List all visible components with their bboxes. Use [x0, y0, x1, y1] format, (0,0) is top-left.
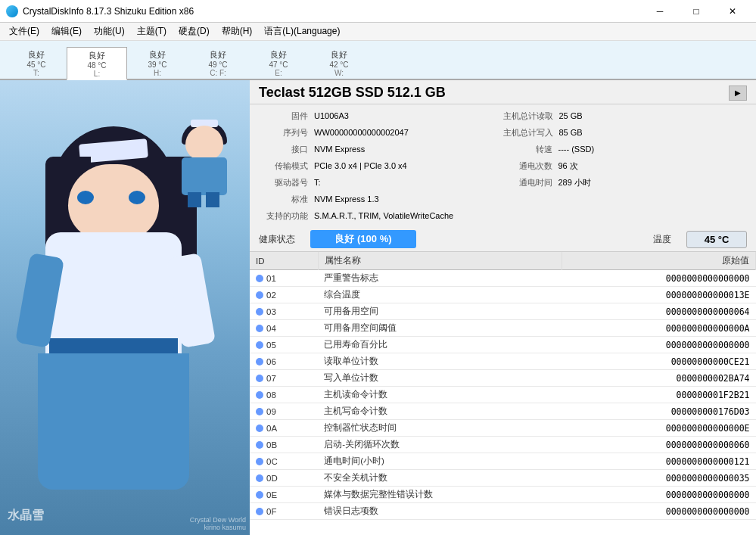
table-row[interactable]: 0E媒体与数据完整性错误计数0000000000000000	[250, 487, 756, 503]
cell-id: 07	[250, 370, 318, 387]
temp-label: 温度	[653, 233, 671, 246]
cell-id: 09	[250, 403, 318, 420]
cell-attribute-name: 启动-关闭循环次数	[318, 437, 562, 453]
cell-attribute-name: 通电时间(小时)	[318, 453, 562, 470]
cell-raw-value: 000000000000013E	[562, 287, 756, 303]
interface-value: NVM Express	[314, 145, 365, 154]
chibi-legs-right	[206, 192, 219, 207]
maximize-button[interactable]: □	[679, 0, 714, 23]
cell-attribute-name: 可用备用空间阈值	[318, 320, 562, 337]
watermark-line2: kirino kasumu	[190, 524, 246, 531]
menu-function[interactable]: 功能(U)	[88, 23, 131, 41]
title-bar: CrystalDiskInfo 8.17.3 Shizuku Edition x…	[0, 0, 756, 23]
window-controls: ─ □ ✕	[642, 0, 750, 23]
cell-attribute-name: 写入单位计数	[318, 370, 562, 387]
row-status-dot	[256, 358, 263, 365]
cell-raw-value: 0000000000000121	[562, 453, 756, 470]
watermark-right: Crystal Dew World kirino kasumu	[190, 516, 246, 531]
menu-disk[interactable]: 硬盘(D)	[173, 23, 216, 41]
table-row[interactable]: 0D不安全关机计数0000000000000035	[250, 470, 756, 487]
menu-edit[interactable]: 编辑(E)	[45, 23, 88, 41]
cell-attribute-name: 严重警告标志	[318, 270, 562, 287]
features-label: 支持的功能	[259, 210, 308, 222]
cell-raw-value: 0000000000000064	[562, 303, 756, 320]
table-row[interactable]: 01严重警告标志0000000000000000	[250, 270, 756, 287]
drive-tab-sub-0: T:	[33, 69, 39, 77]
writes-row: 主机总计写入 85 GB	[503, 124, 748, 141]
writes-label: 主机总计写入	[503, 127, 553, 138]
driver-value: T:	[314, 178, 321, 187]
info-grid: 固件 U1006A3 序列号 WW00000000000002047 接口 NV…	[250, 104, 756, 227]
cell-attribute-name: 媒体与数据完整性错误计数	[318, 487, 562, 503]
cell-raw-value: 000000000176D03	[562, 403, 756, 420]
firmware-label: 固件	[259, 110, 308, 122]
drive-tabs: 良好 45 °C T: 良好 48 °C L: 良好 39 °C H: 良好 4…	[0, 41, 756, 80]
window-title: CrystalDiskInfo 8.17.3 Shizuku Edition x…	[23, 6, 642, 17]
cell-id: 0F	[250, 503, 318, 520]
cell-raw-value: 000000001F2B21	[562, 387, 756, 403]
table-row[interactable]: 02综合温度000000000000013E	[250, 287, 756, 303]
drive-tab-sub-5: W:	[334, 69, 344, 77]
row-status-dot	[256, 474, 263, 482]
health-label: 健康状态	[259, 233, 295, 246]
cell-raw-value: 0000000000000000	[562, 337, 756, 353]
drive-tab-4[interactable]: 良好 47 °C E:	[248, 45, 309, 79]
drive-tab-temp-5: 42 °C	[329, 61, 348, 69]
cell-id: 03	[250, 303, 318, 320]
table-row[interactable]: 07写入单位计数0000000002BA74	[250, 370, 756, 387]
drive-tab-label-0: 良好	[28, 49, 45, 61]
drive-tab-0[interactable]: 良好 45 °C T:	[6, 45, 67, 79]
table-row[interactable]: 06读取单位计数00000000000CE21	[250, 353, 756, 370]
row-status-dot	[256, 458, 263, 465]
table-row[interactable]: 0C通电时间(小时)0000000000000121	[250, 453, 756, 470]
table-row[interactable]: 08主机读命令计数000000001F2B21	[250, 387, 756, 403]
row-status-dot	[256, 291, 263, 299]
cell-attribute-name: 已用寿命百分比	[318, 337, 562, 353]
drive-tab-2[interactable]: 良好 39 °C H:	[127, 45, 188, 79]
menu-help[interactable]: 帮助(H)	[216, 23, 259, 41]
drive-tab-5[interactable]: 良好 42 °C W:	[309, 45, 369, 79]
cell-raw-value: 000000000000000E	[562, 420, 756, 437]
close-button[interactable]: ✕	[715, 0, 750, 23]
driver-row: 驱动器号 T:	[259, 174, 503, 191]
table-row[interactable]: 0A控制器忙状态时间000000000000000E	[250, 420, 756, 437]
cell-attribute-name: 读取单位计数	[318, 353, 562, 370]
table-row[interactable]: 09主机写命令计数000000000176D03	[250, 403, 756, 420]
minimize-button[interactable]: ─	[642, 0, 677, 23]
play-button[interactable]: ▶	[729, 86, 747, 101]
drive-tab-1[interactable]: 良好 48 °C L:	[67, 47, 127, 80]
menu-theme[interactable]: 主题(T)	[131, 23, 173, 41]
standard-value: NVM Express 1.3	[314, 194, 379, 204]
row-status-dot	[256, 275, 263, 282]
table-row[interactable]: 0B启动-关闭循环次数0000000000000060	[250, 437, 756, 453]
row-status-dot	[256, 508, 263, 515]
cell-attribute-name: 错误日志项数	[318, 503, 562, 520]
rotation-label: 转速	[503, 144, 552, 155]
cell-id: 01	[250, 270, 318, 287]
cell-id: 0A	[250, 420, 318, 437]
table-row[interactable]: 04可用备用空间阈值000000000000000A	[250, 320, 756, 337]
table-row[interactable]: 0F错误日志项数0000000000000000	[250, 503, 756, 520]
app-icon	[6, 5, 18, 17]
cell-id: 06	[250, 353, 318, 370]
firmware-value: U1006A3	[314, 111, 349, 120]
table-row[interactable]: 03可用备用空间0000000000000064	[250, 303, 756, 320]
cell-raw-value: 0000000000000060	[562, 437, 756, 453]
left-panel: 水晶雪 Crystal Dew World kirino kasumu	[0, 80, 250, 535]
menu-language[interactable]: 语言(L)(Language)	[258, 23, 346, 41]
cell-raw-value: 0000000000000000	[562, 487, 756, 503]
drive-tab-label-5: 良好	[331, 49, 347, 61]
transfer-label: 传输模式	[259, 160, 308, 172]
drive-tab-temp-1: 48 °C	[87, 61, 106, 70]
health-value: 良好 (100 %)	[310, 230, 416, 248]
cell-raw-value: 0000000002BA74	[562, 370, 756, 387]
menu-file[interactable]: 文件(E)	[3, 23, 45, 41]
table-row[interactable]: 05已用寿命百分比0000000000000000	[250, 337, 756, 353]
col-raw: 原始值	[562, 252, 756, 270]
row-status-dot	[256, 408, 263, 415]
drive-tab-3[interactable]: 良好 49 °C C: F:	[188, 45, 248, 79]
drive-tab-temp-2: 39 °C	[148, 61, 166, 69]
transfer-row: 传输模式 PCle 3.0 x4 | PCle 3.0 x4	[259, 157, 503, 174]
drive-header: Teclast 512GB SSD 512.1 GB ▶	[250, 80, 756, 104]
standard-row: 标准 NVM Express 1.3	[259, 191, 503, 207]
